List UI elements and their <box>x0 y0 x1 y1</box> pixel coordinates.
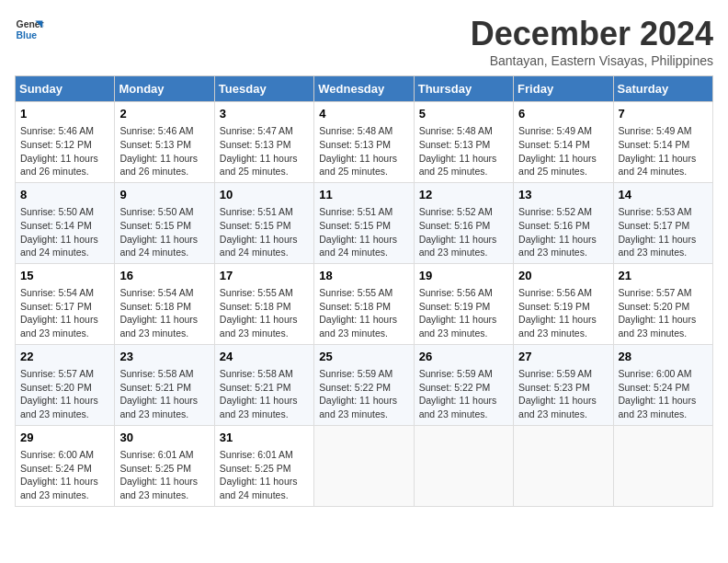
day-number: 19 <box>419 268 508 284</box>
day-info: Sunrise: 5:54 AM Sunset: 5:18 PM Dayligh… <box>119 286 209 340</box>
day-number: 8 <box>20 187 109 203</box>
calendar-cell: 30Sunrise: 6:01 AM Sunset: 5:25 PM Dayli… <box>115 425 214 506</box>
calendar-cell: 7Sunrise: 5:49 AM Sunset: 5:14 PM Daylig… <box>613 102 712 183</box>
day-info: Sunrise: 5:51 AM Sunset: 5:15 PM Dayligh… <box>220 205 309 259</box>
day-number: 26 <box>419 349 508 365</box>
day-info: Sunrise: 5:52 AM Sunset: 5:16 PM Dayligh… <box>518 205 608 259</box>
day-info: Sunrise: 5:56 AM Sunset: 5:19 PM Dayligh… <box>419 286 508 340</box>
calendar-cell <box>414 425 513 506</box>
day-number: 16 <box>119 268 209 284</box>
day-number: 5 <box>419 106 508 122</box>
day-number: 4 <box>319 106 408 122</box>
day-info: Sunrise: 5:52 AM Sunset: 5:16 PM Dayligh… <box>419 205 508 259</box>
calendar-cell: 8Sunrise: 5:50 AM Sunset: 5:14 PM Daylig… <box>16 182 115 263</box>
calendar-cell: 6Sunrise: 5:49 AM Sunset: 5:14 PM Daylig… <box>514 102 613 183</box>
calendar-cell: 21Sunrise: 5:57 AM Sunset: 5:20 PM Dayli… <box>613 263 712 344</box>
day-info: Sunrise: 5:53 AM Sunset: 5:17 PM Dayligh… <box>619 205 708 259</box>
calendar-cell: 12Sunrise: 5:52 AM Sunset: 5:16 PM Dayli… <box>414 182 513 263</box>
day-number: 28 <box>619 349 708 365</box>
calendar-cell: 11Sunrise: 5:51 AM Sunset: 5:15 PM Dayli… <box>314 182 414 263</box>
day-info: Sunrise: 5:58 AM Sunset: 5:21 PM Dayligh… <box>119 367 209 421</box>
day-info: Sunrise: 5:59 AM Sunset: 5:23 PM Dayligh… <box>518 367 608 421</box>
day-info: Sunrise: 5:59 AM Sunset: 5:22 PM Dayligh… <box>419 367 508 421</box>
weekday-header: Monday <box>115 76 214 102</box>
month-title: December 2024 <box>471 15 713 53</box>
calendar-cell <box>613 425 712 506</box>
logo-icon: General Blue <box>15 15 44 44</box>
day-info: Sunrise: 5:50 AM Sunset: 5:14 PM Dayligh… <box>20 205 109 259</box>
day-info: Sunrise: 5:49 AM Sunset: 5:14 PM Dayligh… <box>518 124 608 178</box>
calendar-cell: 27Sunrise: 5:59 AM Sunset: 5:23 PM Dayli… <box>514 344 613 425</box>
svg-text:Blue: Blue <box>17 30 38 40</box>
day-number: 18 <box>319 268 408 284</box>
day-number: 14 <box>619 187 708 203</box>
day-info: Sunrise: 5:57 AM Sunset: 5:20 PM Dayligh… <box>619 286 708 340</box>
calendar-cell: 19Sunrise: 5:56 AM Sunset: 5:19 PM Dayli… <box>414 263 513 344</box>
calendar-cell: 28Sunrise: 6:00 AM Sunset: 5:24 PM Dayli… <box>613 344 712 425</box>
calendar-cell: 31Sunrise: 6:01 AM Sunset: 5:25 PM Dayli… <box>214 425 313 506</box>
calendar-cell: 18Sunrise: 5:55 AM Sunset: 5:18 PM Dayli… <box>314 263 414 344</box>
calendar-cell: 24Sunrise: 5:58 AM Sunset: 5:21 PM Dayli… <box>214 344 313 425</box>
day-info: Sunrise: 5:48 AM Sunset: 5:13 PM Dayligh… <box>319 124 408 178</box>
title-block: December 2024 Bantayan, Eastern Visayas,… <box>471 15 713 68</box>
calendar-cell: 13Sunrise: 5:52 AM Sunset: 5:16 PM Dayli… <box>514 182 613 263</box>
day-info: Sunrise: 6:00 AM Sunset: 5:24 PM Dayligh… <box>619 367 708 421</box>
calendar-cell: 10Sunrise: 5:51 AM Sunset: 5:15 PM Dayli… <box>214 182 313 263</box>
calendar-cell: 23Sunrise: 5:58 AM Sunset: 5:21 PM Dayli… <box>115 344 214 425</box>
calendar-cell: 15Sunrise: 5:54 AM Sunset: 5:17 PM Dayli… <box>16 263 115 344</box>
calendar-cell: 25Sunrise: 5:59 AM Sunset: 5:22 PM Dayli… <box>314 344 414 425</box>
day-number: 29 <box>20 430 109 446</box>
day-info: Sunrise: 5:58 AM Sunset: 5:21 PM Dayligh… <box>220 367 309 421</box>
calendar-cell: 14Sunrise: 5:53 AM Sunset: 5:17 PM Dayli… <box>613 182 712 263</box>
day-number: 9 <box>119 187 209 203</box>
calendar-cell <box>514 425 613 506</box>
day-number: 1 <box>20 106 109 122</box>
day-number: 23 <box>119 349 209 365</box>
calendar-cell: 22Sunrise: 5:57 AM Sunset: 5:20 PM Dayli… <box>16 344 115 425</box>
day-number: 17 <box>220 268 309 284</box>
day-number: 25 <box>319 349 408 365</box>
day-number: 22 <box>20 349 109 365</box>
day-number: 6 <box>518 106 608 122</box>
calendar-cell: 1Sunrise: 5:46 AM Sunset: 5:12 PM Daylig… <box>16 102 115 183</box>
calendar-table: SundayMondayTuesdayWednesdayThursdayFrid… <box>15 75 713 507</box>
day-number: 27 <box>518 349 608 365</box>
day-info: Sunrise: 5:50 AM Sunset: 5:15 PM Dayligh… <box>119 205 209 259</box>
calendar-cell <box>314 425 414 506</box>
weekday-header: Thursday <box>414 76 513 102</box>
calendar-header: SundayMondayTuesdayWednesdayThursdayFrid… <box>16 76 713 102</box>
weekday-header: Wednesday <box>314 76 414 102</box>
calendar-cell: 9Sunrise: 5:50 AM Sunset: 5:15 PM Daylig… <box>115 182 214 263</box>
day-info: Sunrise: 5:54 AM Sunset: 5:17 PM Dayligh… <box>20 286 109 340</box>
day-info: Sunrise: 6:01 AM Sunset: 5:25 PM Dayligh… <box>119 448 209 502</box>
day-number: 30 <box>119 430 209 446</box>
day-number: 3 <box>220 106 309 122</box>
day-info: Sunrise: 5:55 AM Sunset: 5:18 PM Dayligh… <box>220 286 309 340</box>
calendar-cell: 5Sunrise: 5:48 AM Sunset: 5:13 PM Daylig… <box>414 102 513 183</box>
day-number: 24 <box>220 349 309 365</box>
day-info: Sunrise: 5:55 AM Sunset: 5:18 PM Dayligh… <box>319 286 408 340</box>
day-number: 2 <box>119 106 209 122</box>
day-number: 10 <box>220 187 309 203</box>
day-info: Sunrise: 6:01 AM Sunset: 5:25 PM Dayligh… <box>220 448 309 502</box>
day-number: 31 <box>220 430 309 446</box>
calendar-cell: 4Sunrise: 5:48 AM Sunset: 5:13 PM Daylig… <box>314 102 414 183</box>
calendar-cell: 29Sunrise: 6:00 AM Sunset: 5:24 PM Dayli… <box>16 425 115 506</box>
day-info: Sunrise: 5:59 AM Sunset: 5:22 PM Dayligh… <box>319 367 408 421</box>
calendar-cell: 20Sunrise: 5:56 AM Sunset: 5:19 PM Dayli… <box>514 263 613 344</box>
day-info: Sunrise: 5:46 AM Sunset: 5:12 PM Dayligh… <box>20 124 109 178</box>
weekday-header: Tuesday <box>214 76 313 102</box>
day-number: 20 <box>518 268 608 284</box>
day-info: Sunrise: 5:51 AM Sunset: 5:15 PM Dayligh… <box>319 205 408 259</box>
calendar-cell: 2Sunrise: 5:46 AM Sunset: 5:13 PM Daylig… <box>115 102 214 183</box>
day-info: Sunrise: 5:46 AM Sunset: 5:13 PM Dayligh… <box>119 124 209 178</box>
day-number: 11 <box>319 187 408 203</box>
weekday-header: Saturday <box>613 76 712 102</box>
calendar-cell: 26Sunrise: 5:59 AM Sunset: 5:22 PM Dayli… <box>414 344 513 425</box>
day-number: 13 <box>518 187 608 203</box>
calendar-cell: 3Sunrise: 5:47 AM Sunset: 5:13 PM Daylig… <box>214 102 313 183</box>
day-info: Sunrise: 5:49 AM Sunset: 5:14 PM Dayligh… <box>619 124 708 178</box>
page-header: General Blue December 2024 Bantayan, Eas… <box>15 15 713 68</box>
day-info: Sunrise: 5:57 AM Sunset: 5:20 PM Dayligh… <box>20 367 109 421</box>
day-info: Sunrise: 6:00 AM Sunset: 5:24 PM Dayligh… <box>20 448 109 502</box>
